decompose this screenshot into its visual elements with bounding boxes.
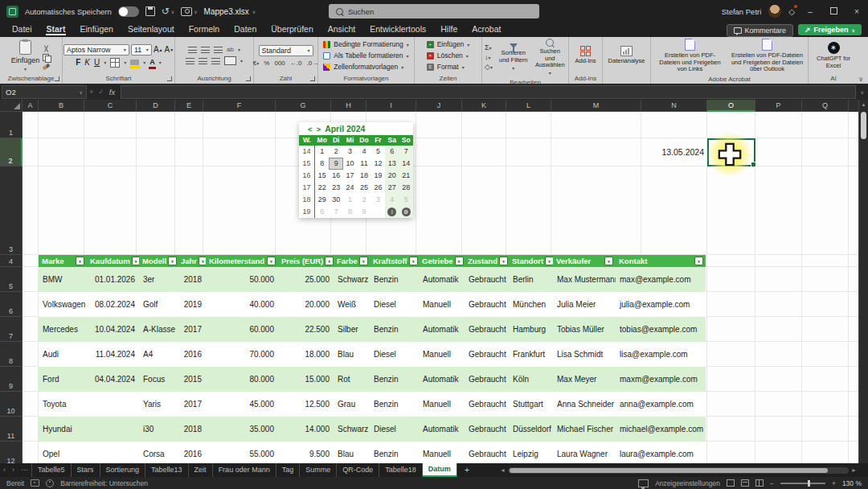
table-cell[interactable]: 2017: [178, 392, 206, 417]
macro-record-icon[interactable]: [31, 479, 39, 487]
column-header-P[interactable]: P: [755, 100, 802, 112]
column-header-I[interactable]: I: [366, 100, 416, 112]
calendar-day[interactable]: 18: [357, 170, 371, 182]
display-settings-label[interactable]: Anzeigeeinstellungen: [655, 479, 720, 487]
table-cell[interactable]: 2017: [178, 317, 206, 342]
table-cell[interactable]: [87, 392, 139, 417]
table-cell[interactable]: Gebraucht: [465, 292, 509, 317]
table-header-zustand[interactable]: Zustand▾: [465, 255, 509, 267]
align-right-icon[interactable]: [211, 58, 220, 64]
filter-icon[interactable]: ▾: [694, 257, 703, 265]
calendar-day[interactable]: 3: [371, 194, 385, 206]
menu-tab-überprüfen[interactable]: Überprüfen: [264, 24, 321, 35]
column-header-C[interactable]: C: [84, 100, 137, 112]
calendar-day[interactable]: 25: [357, 182, 371, 194]
calendar-day[interactable]: 19: [371, 170, 385, 182]
table-cell[interactable]: [87, 417, 139, 442]
table-cell[interactable]: 3er: [139, 267, 178, 292]
percent-icon[interactable]: %: [264, 60, 269, 67]
table-cell[interactable]: Düsseldorf: [509, 417, 553, 442]
find-select-button[interactable]: Suchen und Auswählen▾: [534, 39, 566, 76]
calendar-day[interactable]: ⚙: [399, 206, 413, 218]
zoom-slider-thumb[interactable]: [808, 480, 810, 487]
table-cell[interactable]: Leipzig: [509, 442, 553, 463]
table-cell[interactable]: Focus: [139, 367, 178, 392]
table-cell[interactable]: Gebraucht: [465, 367, 509, 392]
table-cell[interactable]: 50.000: [206, 267, 278, 292]
select-all-corner[interactable]: [0, 100, 23, 112]
sheet-tab-sortierung[interactable]: Sortierung: [100, 463, 146, 477]
calendar-day[interactable]: 2: [329, 146, 342, 158]
format-cells-button[interactable]: ≡Format▾: [424, 62, 473, 72]
table-cell[interactable]: Weiß: [334, 292, 370, 317]
calendar-day[interactable]: 4: [385, 194, 399, 206]
sheet-nav-left-icon[interactable]: ‹: [0, 463, 9, 477]
row-header-4[interactable]: 4: [0, 255, 23, 267]
decrease-font-icon[interactable]: A▼: [165, 45, 174, 55]
filter-icon[interactable]: ▾: [604, 257, 613, 265]
table-cell[interactable]: Laura Wagner: [553, 442, 616, 463]
page-break-view-icon[interactable]: [755, 479, 764, 487]
row-header-6[interactable]: 6: [0, 292, 23, 317]
table-cell[interactable]: Manuell: [419, 292, 465, 317]
table-header-kilometerstand[interactable]: Kilometerstand▾: [206, 255, 278, 267]
table-cell[interactable]: Corsa: [139, 442, 178, 463]
delete-cells-button[interactable]: ×Löschen▾: [424, 51, 473, 61]
table-cell[interactable]: [87, 442, 139, 463]
table-cell[interactable]: Automatik: [419, 417, 465, 442]
table-cell[interactable]: 20.000: [278, 292, 334, 317]
calendar-day[interactable]: 27: [385, 182, 399, 194]
sheet-tab-tabelle5[interactable]: Tabelle5: [31, 463, 72, 477]
close-button[interactable]: ×: [849, 7, 865, 16]
table-cell[interactable]: Benzin: [370, 317, 419, 342]
align-center-icon[interactable]: [199, 58, 207, 64]
table-cell[interactable]: lisa@example.com: [616, 342, 706, 367]
calendar-day[interactable]: 6: [315, 206, 329, 218]
paste-button[interactable]: Einfügen▾: [11, 40, 40, 72]
conditional-formatting-button[interactable]: Bedingte Formatierung▾: [320, 39, 411, 50]
table-cell[interactable]: Julia Meier: [553, 292, 616, 317]
table-cell[interactable]: tobias@example.com: [616, 317, 706, 342]
search-box[interactable]: Suchen: [329, 4, 539, 18]
font-color-icon[interactable]: A: [149, 59, 155, 66]
grid-cells[interactable]: < > April 2024 W.MoDiMiDoFrSaSo 14123456…: [23, 112, 858, 463]
scroll-right-icon[interactable]: ►: [851, 467, 857, 473]
column-header-G[interactable]: G: [276, 100, 331, 112]
sheet-list-icon[interactable]: ⋯: [18, 463, 31, 477]
format-painter-icon[interactable]: [43, 64, 51, 70]
filter-icon[interactable]: ▾: [409, 257, 418, 265]
increase-font-icon[interactable]: A▲: [154, 45, 163, 55]
filter-icon[interactable]: ▾: [545, 257, 553, 265]
table-cell[interactable]: Grau: [334, 392, 370, 417]
align-middle-icon[interactable]: [201, 47, 210, 53]
table-header-modell[interactable]: Modell▾: [139, 255, 178, 267]
table-cell[interactable]: Gebraucht: [465, 442, 509, 463]
clipboard-dialog-launcher[interactable]: [55, 76, 59, 81]
addins-button[interactable]: Add-Ins: [572, 46, 600, 65]
sheet-tab-tag[interactable]: Tag: [276, 463, 301, 477]
calendar-day[interactable]: 23: [329, 182, 342, 194]
number-format-select[interactable]: Standard▾: [259, 45, 313, 56]
column-header-J[interactable]: J: [416, 100, 462, 112]
table-header-farbe[interactable]: Farbe▾: [334, 255, 370, 267]
table-header-marke[interactable]: Marke▾: [39, 255, 87, 267]
column-header-O[interactable]: O: [707, 100, 755, 112]
calendar-day[interactable]: 4: [357, 146, 371, 158]
horizontal-scroll-thumb[interactable]: [510, 468, 828, 473]
table-cell[interactable]: 14.000: [278, 417, 334, 442]
autosave-toggle[interactable]: [118, 6, 139, 17]
table-cell[interactable]: 40.000: [206, 292, 278, 317]
row-header-12[interactable]: 12: [0, 442, 23, 463]
fill-color-icon[interactable]: [130, 60, 139, 65]
orientation-icon[interactable]: ab: [227, 46, 234, 53]
cut-icon[interactable]: [43, 45, 51, 51]
table-cell[interactable]: Frankfurt: [509, 342, 553, 367]
table-cell[interactable]: 35.000: [206, 417, 278, 442]
calendar-day[interactable]: 11: [357, 158, 371, 170]
calendar-day[interactable]: 8: [343, 206, 357, 218]
row-header-2[interactable]: 2: [0, 138, 23, 166]
table-cell[interactable]: Manuell: [419, 442, 465, 463]
calendar-day[interactable]: 24: [343, 182, 357, 194]
column-header-A[interactable]: A: [23, 100, 39, 112]
accessibility-label[interactable]: Barrierefreiheit: Untersuchen: [60, 479, 148, 487]
